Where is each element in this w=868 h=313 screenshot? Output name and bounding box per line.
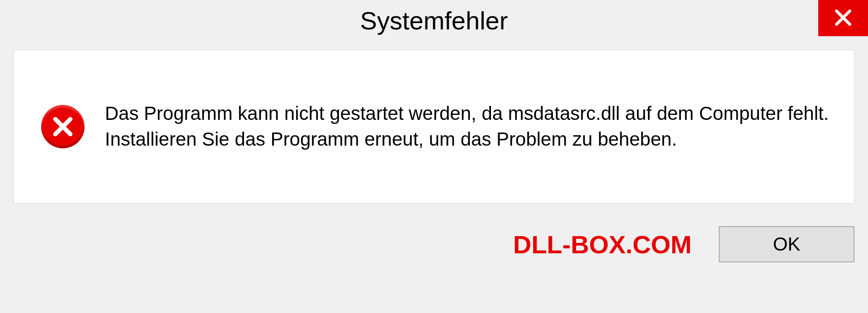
error-dialog: Systemfehler Das Programm kann nicht ges…: [0, 0, 868, 313]
dialog-footer: DLL-BOX.COM OK: [0, 217, 868, 276]
title-bar: Systemfehler: [0, 0, 868, 41]
close-icon: [833, 8, 853, 29]
error-icon: [41, 105, 85, 148]
content-panel: Das Programm kann nicht gestartet werden…: [14, 50, 854, 204]
dialog-title: Systemfehler: [360, 6, 508, 35]
ok-button-label: OK: [773, 233, 801, 255]
watermark-text: DLL-BOX.COM: [513, 230, 692, 259]
close-button[interactable]: [818, 0, 868, 36]
error-message: Das Programm kann nicht gestartet werden…: [105, 101, 831, 152]
ok-button[interactable]: OK: [719, 226, 854, 262]
